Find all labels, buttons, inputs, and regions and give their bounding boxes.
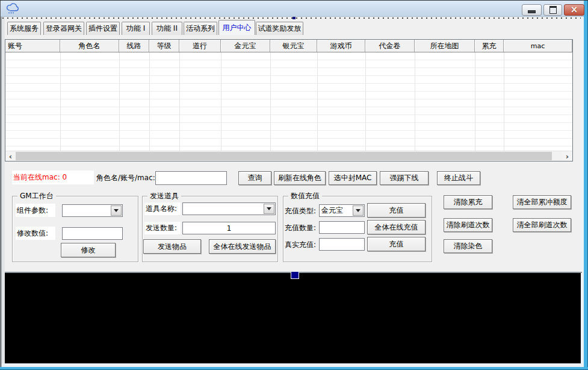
minimize-icon [528,10,536,13]
item-name-label: 道具名称: [144,202,181,215]
maximize-button[interactable] [543,4,562,16]
recharge-qty-input[interactable] [319,221,365,234]
close-button[interactable]: × [564,4,584,16]
send-all-online-button[interactable]: 全体在线发送物品 [209,239,276,254]
tab-label: 用户中心 [223,23,252,33]
online-players-table[interactable]: 账号 角色名 线路 等级 道行 金元宝 银元宝 游戏币 代金卷 所在地图 累充 … [5,39,573,161]
group-title: 发送道具 [147,191,181,201]
search-input[interactable] [155,171,227,185]
modify-value-label: 修改数值: [16,227,55,240]
tab-label: 功能 II [156,24,178,34]
item-name-select[interactable] [182,202,276,215]
clear-recharge-button[interactable]: 清除累充 [444,195,492,209]
grid-line [475,52,475,151]
chevron-down-icon[interactable] [264,204,274,214]
recharge-type-select[interactable]: 金元宝 [319,204,365,217]
recharge-qty-label: 充值数量: [285,222,316,234]
real-recharge-label: 真实充值: [285,239,316,251]
grid-line [365,52,366,151]
grid-line [179,52,180,151]
app-window: × 系统服务 登录器网关 插件设置 功能 I 功能 II 活动系列 用户中心 试… [0,0,588,370]
recharge-type-label: 充值类型: [285,205,316,217]
tab-function-1[interactable]: 功能 I [122,22,150,35]
kick-offline-button[interactable]: 强踢下线 [380,171,429,185]
scroll-left-button[interactable]: ‹ [5,151,16,161]
tab-label: 系统服务 [10,24,39,34]
ban-mac-button[interactable]: 选中封MAC [329,171,377,185]
tab-function-2[interactable]: 功能 II [152,22,182,35]
grid-line [60,52,61,151]
close-icon: × [571,5,578,14]
tab-label: 登录器网关 [46,24,82,34]
title-bar[interactable]: × [1,1,584,17]
column-header-map[interactable]: 所在地图 [415,40,475,52]
query-button[interactable]: 查询 [238,171,271,185]
scroll-right-button[interactable]: › [562,151,572,161]
scrollbar-thumb[interactable] [16,152,552,160]
grid-line [317,52,318,151]
column-header-recharge[interactable]: 累充 [475,40,504,52]
group-title: GM工作台 [17,191,56,201]
send-qty-input[interactable] [182,222,276,234]
column-header-character[interactable]: 角色名 [60,40,119,52]
grid-line [221,52,221,151]
tab-label: 活动系列 [186,24,215,34]
column-header-line[interactable]: 线路 [119,40,149,52]
grid-line [504,52,504,151]
group-title: 数值充值 [288,191,322,201]
window-border-right [584,1,588,370]
maximize-icon [549,6,557,14]
console-panel [5,273,581,363]
column-header-level[interactable]: 等级 [149,40,179,52]
tab-label: 试道奖励发放 [258,24,302,34]
rebar-dotted-line [2,17,581,19]
real-recharge-button[interactable]: 充值 [367,237,426,251]
column-header-silver[interactable]: 银元宝 [270,40,317,52]
table-body [5,52,572,151]
clear-dao-count-button[interactable]: 清除刷道次数 [444,218,492,232]
clear-all-recharge-quota-button[interactable]: 清全部累冲额度 [513,195,571,209]
recharge-button[interactable]: 充值 [367,203,426,218]
tab-user-center[interactable]: 用户中心 [218,20,255,35]
column-header-account[interactable]: 账号 [5,40,60,52]
chevron-down-icon[interactable] [111,205,122,216]
combo-value: 金元宝 [321,205,343,216]
chevron-down-icon[interactable] [353,205,364,216]
tab-login-gateway[interactable]: 登录器网关 [43,22,84,35]
horizontal-scrollbar[interactable]: ‹ › [5,151,572,161]
grid-line [415,52,415,151]
modify-value-input[interactable] [62,227,123,240]
tab-activity-series[interactable]: 活动系列 [184,22,217,35]
grid-line [270,52,271,151]
column-header-daoxing[interactable]: 道行 [179,40,221,52]
column-header-gold[interactable]: 金元宝 [221,40,270,52]
minimize-button[interactable] [522,4,542,16]
grid-line [119,52,120,151]
cloud-icon [5,3,20,15]
clear-all-dao-count-button[interactable]: 清全部刷道次数 [513,218,571,232]
column-header-voucher[interactable]: 代金卷 [365,40,415,52]
recharge-all-online-button[interactable]: 全体在线充值 [367,220,426,234]
splitter-handle[interactable] [291,271,299,279]
stop-battle-button[interactable]: 终止战斗 [437,171,480,185]
rebar-accent-dot [292,17,296,19]
tab-label: 功能 I [126,24,145,34]
real-recharge-input[interactable] [319,238,365,251]
tab-system-service[interactable]: 系统服务 [7,22,41,35]
table-header-row: 账号 角色名 线路 等级 道行 金元宝 银元宝 游戏币 代金卷 所在地图 累充 … [5,40,572,52]
search-field-label: 角色名/账号/mac: [96,171,155,185]
grid-line [149,52,150,151]
window-border-bottom [0,367,588,370]
online-mac-count-label: 当前在线mac: 0 [12,171,94,184]
component-param-select[interactable] [62,204,123,217]
refresh-online-button[interactable]: 刷新在线角色 [274,171,326,185]
tab-plugin-settings[interactable]: 插件设置 [86,22,120,35]
tab-label: 插件设置 [88,24,117,34]
modify-button[interactable]: 修改 [61,243,116,257]
column-header-mac[interactable]: mac [504,40,572,52]
column-header-gamecoin[interactable]: 游戏币 [317,40,365,52]
send-item-button[interactable]: 发送物品 [143,239,201,254]
clear-dye-button[interactable]: 清除染色 [444,239,492,253]
tab-trial-reward[interactable]: 试道奖励发放 [256,22,303,35]
send-qty-label: 发送数量: [144,222,181,234]
